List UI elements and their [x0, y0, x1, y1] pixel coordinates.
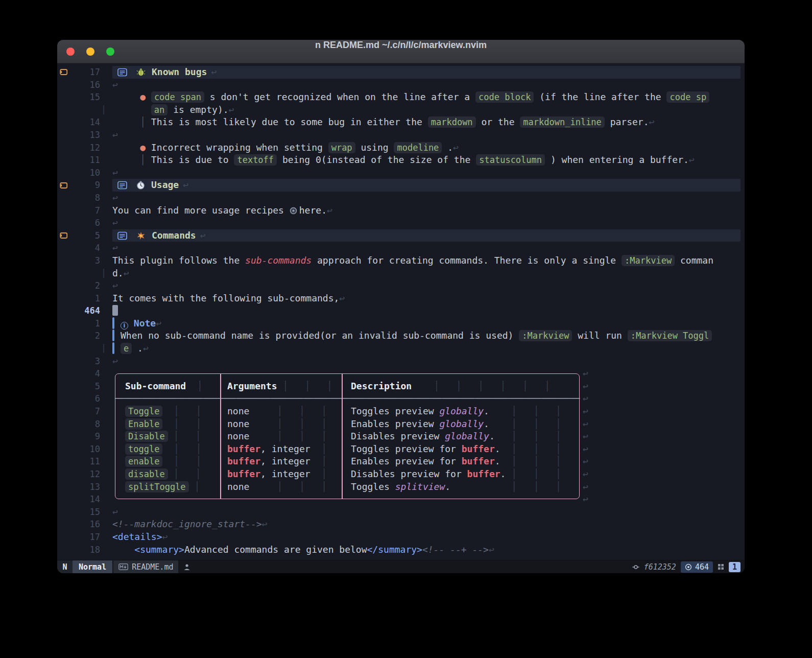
text: Disables preview for	[351, 468, 467, 479]
buffer-keyword: buffer	[462, 443, 495, 454]
wrap-indicator	[100, 317, 107, 330]
text: none	[227, 418, 249, 429]
line-content: │ This is due to textoff being 0(instead…	[112, 154, 745, 167]
conceal-pipe: │ │ │	[489, 418, 561, 429]
text: It comes with the following sub-commands…	[112, 293, 339, 303]
inline-code: :Markview	[519, 330, 572, 341]
table-cell: ↩	[583, 493, 588, 506]
zoom-button[interactable]	[106, 48, 114, 56]
line-content: ↩	[112, 355, 745, 368]
line-number: 10	[70, 443, 100, 456]
here-link[interactable]: here.	[299, 205, 327, 216]
fold-column	[57, 129, 70, 142]
table-header-text: Sub-command	[125, 381, 186, 391]
fold-marker[interactable]	[57, 66, 70, 79]
eol-marker: ↩	[112, 217, 118, 228]
target-icon	[685, 563, 692, 571]
conceal-pipe: │ │ │	[277, 381, 332, 391]
line-content: ● Incorrect wrapping when setting wrap u…	[112, 142, 745, 154]
inline-code: Toggle	[125, 406, 162, 417]
editor-row: 15 ● code span s don't get recognized wh…	[57, 91, 745, 104]
panel-icon	[117, 231, 127, 240]
line-number: 6	[70, 392, 100, 405]
fold-column	[57, 217, 70, 229]
wrap-indicator	[100, 468, 107, 481]
conceal-pipe: │ │	[162, 406, 201, 416]
text	[112, 544, 134, 555]
line-content: ↩	[112, 192, 745, 204]
editor-row: 14↩	[57, 493, 745, 506]
heading-bar: Usage↩	[112, 179, 741, 192]
table-cell: Enables preview for buffer. │ │ │	[351, 455, 561, 468]
wrap-indicator	[100, 167, 107, 179]
gutter: 2	[57, 279, 112, 292]
line-content: ↩	[112, 167, 745, 179]
line-number: 12	[70, 468, 100, 481]
eol-marker: ↩	[112, 242, 118, 253]
editor-row: 12 ● Incorrect wrapping when setting wra…	[57, 142, 745, 154]
editor-row: 7You can find more usage recipes here.↩	[57, 204, 745, 217]
conceal-pipe: │ │	[168, 431, 201, 441]
editor-area[interactable]: 17Known bugs↩16↩15 ● code span s don't g…	[57, 63, 745, 560]
text: Advanced commands are given below	[184, 544, 367, 555]
cursor-line-number: 464	[695, 560, 709, 574]
wrap-indicator	[100, 455, 107, 468]
conceal-pipe: │	[311, 456, 327, 466]
text	[112, 142, 140, 153]
fold-marker[interactable]	[57, 229, 70, 242]
emphasis-text: globally	[439, 406, 484, 416]
conceal-pipe: │ │ │	[500, 443, 561, 454]
line-number	[70, 104, 100, 116]
minimize-button[interactable]	[86, 48, 94, 56]
eol-marker: ↩	[112, 506, 118, 517]
mode-short-indicator: N	[57, 560, 73, 574]
quote-bar: │	[140, 154, 146, 165]
fold-column	[57, 468, 70, 481]
line-content: ↩	[112, 279, 745, 292]
text: Incorrect wrapping when setting	[146, 142, 328, 153]
editor-row: │d.↩	[57, 267, 745, 280]
text: This plugin follows the	[112, 255, 245, 266]
text: Enables preview for	[351, 456, 462, 466]
gutter: 10	[57, 443, 112, 456]
line-number: 13	[70, 129, 100, 142]
editor-row: 10toggle │ │buffer, integer │Toggles pre…	[57, 443, 745, 456]
editor-row: 11enable │ │buffer, integer │Enables pre…	[57, 455, 745, 468]
wrap-indicator	[100, 204, 107, 217]
gutter: 4	[57, 242, 112, 254]
emphasis-text: globally	[445, 431, 489, 441]
editor-row: 15↩	[57, 506, 745, 519]
line-content: d.↩	[112, 267, 745, 280]
buffer-keyword: buffer	[227, 443, 260, 454]
fold-marker[interactable]	[57, 179, 70, 192]
gutter: 5	[57, 229, 112, 242]
line-content: enable │ │buffer, integer │Enables previ…	[112, 455, 745, 468]
eol-marker: ↩	[689, 154, 695, 165]
eol-marker: ↩	[583, 468, 588, 479]
buffer-keyword: buffer	[462, 456, 495, 466]
table-cell: ↩	[583, 481, 588, 494]
line-content: ↩	[112, 493, 745, 506]
line-content: ↩	[112, 79, 745, 91]
eol-marker: ↩	[327, 205, 332, 216]
file-name-segment[interactable]: README.md	[113, 560, 178, 574]
wrap-indicator	[100, 142, 107, 154]
gutter: 9	[57, 179, 112, 192]
gutter: 16	[57, 518, 112, 531]
wrap-indicator	[100, 518, 107, 531]
wrap-indicator	[100, 304, 107, 317]
editor-row: 8Enable │ │none │ │ │Enables preview glo…	[57, 418, 745, 431]
wrap-indicator	[100, 392, 107, 405]
line-content	[112, 304, 745, 317]
wrap-indicator	[100, 254, 107, 267]
fold-column	[57, 531, 70, 544]
conceal-pipe: │ │ │	[249, 418, 327, 429]
gutter: │	[57, 342, 112, 355]
line-number: 4	[70, 242, 100, 254]
clock-icon	[136, 181, 145, 190]
close-button[interactable]	[66, 48, 75, 56]
fold-column	[57, 142, 70, 154]
gutter: 7	[57, 204, 112, 217]
wrap-indicator	[100, 355, 107, 368]
line-number: 10	[70, 167, 100, 179]
